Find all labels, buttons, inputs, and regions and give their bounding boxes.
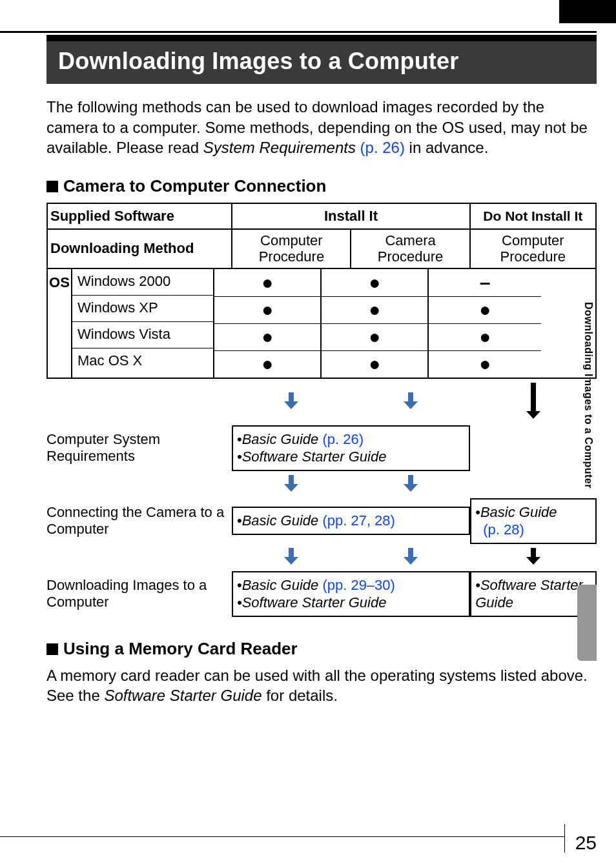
svg-marker-11 bbox=[284, 557, 298, 565]
software-starter-guide: •Software Starter Guide bbox=[237, 449, 386, 465]
arrow-down-icon bbox=[404, 392, 418, 409]
section1-label: Camera to Computer Connection bbox=[63, 176, 326, 196]
bullet: • bbox=[237, 431, 242, 447]
software-starter-guide: •Software Starter Guide bbox=[237, 594, 386, 611]
bottom-rule bbox=[0, 836, 564, 837]
basic-guide: Basic Guide bbox=[242, 512, 319, 529]
arrow-down-icon bbox=[284, 392, 298, 409]
svg-rect-10 bbox=[289, 548, 294, 557]
dot: ● bbox=[214, 350, 320, 378]
page-number: 25 bbox=[575, 832, 597, 854]
flow-label-downloading: Downloading Images to a Computer bbox=[46, 571, 232, 617]
hdr-do-not-install: Do Not Install It bbox=[470, 203, 596, 229]
section2-label: Using a Memory Card Reader bbox=[63, 639, 298, 658]
hdr-supplied-software: Supplied Software bbox=[47, 203, 232, 229]
os-label: OS bbox=[48, 269, 72, 378]
dot: ● bbox=[214, 296, 320, 323]
sub-cam-proc-text: Camera Procedure bbox=[378, 232, 444, 265]
basic-guide: Basic Guide bbox=[480, 504, 557, 520]
flow-table: Computer System Requirements •Basic Guid… bbox=[46, 379, 597, 617]
dot: ● bbox=[322, 269, 427, 296]
dash: – bbox=[429, 269, 541, 296]
intro-paragraph: The following methods can be used to dow… bbox=[46, 97, 597, 158]
flow-box-downloading-install: •Basic Guide (pp. 29–30) •Software Start… bbox=[232, 571, 470, 617]
intro-text-2: in advance. bbox=[405, 139, 488, 156]
sub-camera-procedure: Camera Procedure bbox=[351, 229, 469, 268]
svg-rect-2 bbox=[408, 392, 413, 401]
svg-marker-3 bbox=[404, 401, 418, 409]
basic-guide: Basic Guide bbox=[242, 577, 319, 593]
col-install-computer: ● ● ● ● bbox=[214, 269, 322, 378]
page-title: Downloading Images to a Computer bbox=[46, 35, 597, 84]
dot: ● bbox=[322, 350, 427, 378]
arrow-down-icon bbox=[284, 475, 298, 492]
sub-computer-procedure-2: Computer Procedure bbox=[470, 229, 596, 268]
arrow-down-icon bbox=[404, 548, 418, 565]
svg-marker-1 bbox=[284, 401, 298, 409]
hdr-install-it: Install It bbox=[232, 203, 469, 229]
intro-page-ref[interactable]: (p. 26) bbox=[356, 139, 405, 156]
dot: ● bbox=[322, 296, 427, 323]
basic-guide: Basic Guide bbox=[242, 431, 319, 447]
flow-box-sys-req: •Basic Guide (p. 26) •Software Starter G… bbox=[232, 425, 470, 471]
arrow-down-icon bbox=[284, 548, 298, 565]
bullet: • bbox=[237, 577, 242, 593]
dot: ● bbox=[322, 323, 427, 350]
square-bullet-icon bbox=[46, 643, 58, 655]
col-install-camera: ● ● ● ● bbox=[322, 269, 429, 378]
svg-rect-12 bbox=[408, 548, 413, 557]
side-section-label: Downloading Images to a Computer bbox=[582, 302, 594, 489]
os-grid: OS Windows 2000 Windows XP Windows Vista… bbox=[46, 269, 597, 379]
svg-marker-13 bbox=[404, 557, 418, 565]
body2-text-2: for details. bbox=[262, 687, 338, 704]
intro-sys-req: System Requirements bbox=[203, 139, 356, 156]
flow-label-connecting: Connecting the Camera to a Computer bbox=[46, 498, 232, 544]
flow-label-sys-req: Computer System Requirements bbox=[46, 425, 232, 471]
os-mac-osx: Mac OS X bbox=[72, 348, 213, 374]
top-rule bbox=[0, 31, 597, 33]
svg-rect-6 bbox=[289, 475, 294, 484]
arrow-down-icon bbox=[526, 548, 540, 565]
svg-rect-4 bbox=[531, 383, 536, 411]
dot: ● bbox=[429, 323, 541, 350]
page-ref-27-28[interactable]: (pp. 27, 28) bbox=[318, 512, 395, 529]
svg-rect-14 bbox=[531, 548, 536, 557]
sub-computer-procedure: Computer Procedure bbox=[232, 229, 351, 268]
compatibility-table: Supplied Software Install It Do Not Inst… bbox=[46, 203, 597, 269]
arrow-down-icon bbox=[404, 475, 418, 492]
svg-marker-7 bbox=[284, 484, 298, 492]
hdr-downloading-method: Downloading Method bbox=[47, 229, 232, 268]
section-camera-connection: Camera to Computer Connection bbox=[46, 176, 597, 196]
page-ref-29-30[interactable]: (pp. 29–30) bbox=[318, 577, 395, 593]
corner-tab bbox=[559, 0, 616, 23]
arrow-down-icon bbox=[526, 383, 540, 419]
col-no-install: – ● ● ● bbox=[429, 269, 541, 378]
side-thumb-tab bbox=[577, 585, 597, 661]
dot: ● bbox=[214, 269, 320, 296]
os-windows-2000: Windows 2000 bbox=[72, 269, 213, 295]
bullet: • bbox=[237, 512, 242, 529]
software-starter-guide-ref: Software Starter Guide bbox=[104, 687, 262, 704]
square-bullet-icon bbox=[46, 181, 58, 192]
dot: ● bbox=[429, 350, 541, 378]
section-memory-card-reader: Using a Memory Card Reader bbox=[46, 639, 597, 659]
os-windows-xp: Windows XP bbox=[72, 295, 213, 321]
bullet: • bbox=[475, 504, 480, 520]
os-windows-vista: Windows Vista bbox=[72, 321, 213, 348]
footer-divider bbox=[564, 824, 565, 853]
page-ref-26[interactable]: (p. 26) bbox=[318, 431, 364, 447]
svg-marker-5 bbox=[526, 411, 540, 419]
dot: ● bbox=[429, 296, 541, 323]
svg-rect-8 bbox=[408, 475, 413, 484]
svg-rect-0 bbox=[289, 392, 294, 401]
memory-card-paragraph: A memory card reader can be used with al… bbox=[46, 665, 597, 706]
svg-marker-15 bbox=[526, 557, 540, 565]
flow-box-connecting-install: •Basic Guide (pp. 27, 28) bbox=[232, 507, 470, 535]
flow-box-connecting-noinstall: •Basic Guide(p. 28) bbox=[470, 498, 597, 544]
page-ref-28[interactable]: (p. 28) bbox=[475, 521, 524, 538]
sub-comp-proc-text: Computer Procedure bbox=[259, 232, 325, 265]
sub-comp-proc2-text: Computer Procedure bbox=[500, 232, 566, 265]
dot: ● bbox=[214, 323, 320, 350]
svg-marker-9 bbox=[404, 484, 418, 492]
